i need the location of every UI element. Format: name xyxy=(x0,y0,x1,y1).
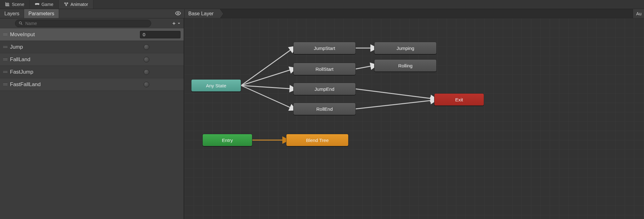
node-label: JumpStart xyxy=(314,46,335,51)
parameter-name: FastFallLand xyxy=(10,81,141,88)
parameter-trigger-radio[interactable] xyxy=(144,57,149,62)
node-blend-tree[interactable]: Blend Tree xyxy=(286,134,349,146)
node-label: RollEnd xyxy=(316,106,333,112)
svg-point-6 xyxy=(64,2,65,3)
parameter-trigger-radio[interactable] xyxy=(144,69,149,75)
animator-subtabs: Layers Parameters xyxy=(0,9,184,18)
tab-game[interactable]: Game xyxy=(30,0,59,9)
subtab-parameters[interactable]: Parameters xyxy=(24,9,59,18)
parameter-trigger-radio[interactable] xyxy=(144,82,149,87)
auto-live-link[interactable]: Au xyxy=(633,9,644,18)
subtab-label: Parameters xyxy=(28,11,54,17)
parameter-name: FastJump xyxy=(10,69,141,75)
parameter-row[interactable]: FastFallLand xyxy=(0,78,184,91)
animator-graph[interactable]: Any State JumpStart Jumping RollStart Ro… xyxy=(184,18,644,219)
tab-scene[interactable]: Scene xyxy=(0,0,30,9)
node-jump-end[interactable]: JumpEnd xyxy=(293,83,356,95)
visibility-toggle[interactable] xyxy=(175,10,181,17)
parameters-panel: MoveInput Jump FallLand FastJump xyxy=(0,18,184,219)
right-label-text: Au xyxy=(636,11,642,16)
parameter-row[interactable]: FallLand xyxy=(0,53,184,66)
game-icon xyxy=(35,2,40,7)
node-jumping[interactable]: Jumping xyxy=(374,42,437,54)
parameter-trigger-radio[interactable] xyxy=(144,44,149,50)
svg-line-15 xyxy=(241,69,293,85)
layer-breadcrumb: Base Layer Au xyxy=(184,9,644,18)
search-icon xyxy=(18,21,25,26)
node-roll-start[interactable]: RollStart xyxy=(293,63,356,75)
svg-line-20 xyxy=(356,89,434,99)
node-exit[interactable]: Exit xyxy=(434,93,484,106)
parameter-float-input[interactable] xyxy=(140,31,181,38)
parameter-search[interactable] xyxy=(15,20,151,27)
breadcrumb-item[interactable]: Base Layer xyxy=(185,9,220,18)
subtab-layers[interactable]: Layers xyxy=(0,9,24,18)
svg-line-16 xyxy=(241,85,293,89)
parameter-row[interactable]: Jump xyxy=(0,41,184,53)
drag-handle-icon[interactable] xyxy=(3,71,7,73)
svg-line-14 xyxy=(241,48,293,85)
node-label: Rolling xyxy=(398,63,413,68)
parameter-row[interactable]: MoveInput xyxy=(0,28,184,41)
node-jump-start[interactable]: JumpStart xyxy=(293,42,356,54)
tab-label: Scene xyxy=(12,2,24,7)
add-parameter-button[interactable] xyxy=(172,21,181,26)
node-rolling[interactable]: Rolling xyxy=(374,59,437,72)
node-label: Jumping xyxy=(397,46,414,51)
node-roll-end[interactable]: RollEnd xyxy=(293,103,356,115)
svg-line-17 xyxy=(241,85,293,109)
node-label: Blend Tree xyxy=(306,138,329,143)
search-input[interactable] xyxy=(25,21,148,26)
tab-label: Animator xyxy=(71,2,88,7)
svg-point-7 xyxy=(67,2,68,3)
svg-point-9 xyxy=(177,12,179,14)
node-label: Entry xyxy=(222,138,233,143)
parameter-list: MoveInput Jump FallLand FastJump xyxy=(0,28,184,219)
node-label: JumpEnd xyxy=(315,86,334,92)
svg-line-11 xyxy=(21,23,22,25)
scene-icon xyxy=(5,2,10,7)
svg-line-19 xyxy=(356,66,374,69)
subtab-label: Layers xyxy=(4,11,19,17)
parameter-row[interactable]: FastJump xyxy=(0,66,184,78)
breadcrumb-label: Base Layer xyxy=(188,11,214,17)
drag-handle-icon[interactable] xyxy=(3,46,7,48)
parameter-name: FallLand xyxy=(10,56,141,63)
svg-line-21 xyxy=(356,100,434,109)
node-label: RollStart xyxy=(315,66,334,72)
node-label: Exit xyxy=(455,97,463,102)
drag-handle-icon[interactable] xyxy=(3,34,7,35)
tab-label: Game xyxy=(42,2,53,7)
tab-animator[interactable]: Animator xyxy=(59,0,93,9)
svg-point-10 xyxy=(19,22,22,24)
parameter-name: MoveInput xyxy=(10,32,137,38)
editor-tabs: Scene Game Animator xyxy=(0,0,644,9)
node-entry[interactable]: Entry xyxy=(202,134,252,146)
node-label: Any State xyxy=(206,83,226,88)
drag-handle-icon[interactable] xyxy=(3,59,7,60)
animator-icon xyxy=(64,2,69,7)
parameter-name: Jump xyxy=(10,44,141,50)
drag-handle-icon[interactable] xyxy=(3,84,7,85)
node-any-state[interactable]: Any State xyxy=(191,79,241,92)
